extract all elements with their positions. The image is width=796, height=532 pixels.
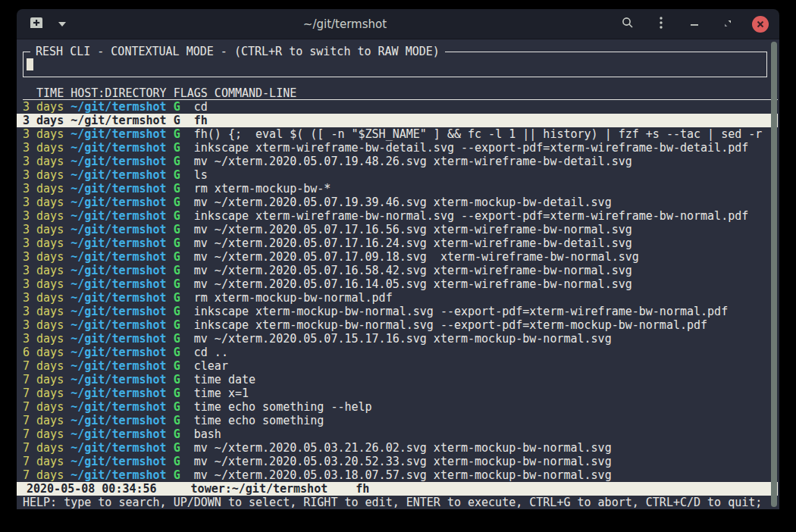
history-row[interactable]: 3 days ~/git/termshot G fh() {; eval $( … — [17, 127, 778, 141]
history-row[interactable]: 3 days ~/git/termshot G mv ~/xterm.2020.… — [17, 264, 778, 277]
history-table-header: TIME HOST:DIRECTORY FLAGS COMMAND-LINE — [23, 86, 778, 100]
history-row[interactable]: 6 days ~/git/termshot G cd .. — [17, 346, 778, 359]
history-row[interactable]: 3 days ~/git/termshot G mv ~/xterm.2020.… — [17, 196, 778, 209]
row-time: 7 days — [23, 373, 64, 386]
status-host-path: tower:~/git/termshot — [191, 482, 328, 496]
row-flags: G — [174, 100, 180, 114]
history-row[interactable]: 3 days ~/git/termshot G mv ~/xterm.2020.… — [17, 277, 778, 291]
close-button[interactable] — [752, 16, 769, 33]
status-query: fh — [356, 482, 369, 496]
row-time: 3 days — [23, 332, 64, 346]
row-time: 7 days — [23, 400, 64, 414]
status-bar: 2020-05-08 00:34:56tower:~/git/termshotf… — [17, 482, 778, 496]
restore-icon — [723, 17, 732, 31]
row-flags: G — [174, 318, 180, 332]
history-row[interactable]: 3 days ~/git/termshot G inkscape xterm-m… — [17, 305, 778, 318]
new-tab-icon — [30, 17, 43, 32]
history-row[interactable]: 3 days ~/git/termshot G inkscape xterm-w… — [17, 141, 778, 155]
row-flags: G — [174, 236, 180, 250]
row-time: 3 days — [23, 264, 64, 277]
scrollbar[interactable] — [771, 42, 777, 507]
minimize-button[interactable] — [685, 15, 704, 33]
row-directory: ~/git/termshot — [71, 114, 166, 127]
history-row[interactable]: 7 days ~/git/termshot G mv ~/xterm.2020.… — [17, 441, 778, 455]
row-time: 3 days — [23, 318, 64, 332]
row-time: 3 days — [23, 182, 64, 196]
history-row[interactable]: 7 days ~/git/termshot G time x=1 — [17, 386, 778, 400]
row-command: fh — [194, 114, 208, 127]
history-row[interactable]: 3 days ~/git/termshot G mv ~/xterm.2020.… — [17, 155, 778, 168]
row-directory: ~/git/termshot — [71, 100, 166, 114]
resh-mode-title: RESH CLI - CONTEXTUAL MODE - (CTRL+R to … — [30, 45, 445, 58]
search-button[interactable] — [619, 15, 637, 33]
row-flags: G — [174, 196, 180, 209]
row-directory: ~/git/termshot — [71, 250, 166, 264]
row-command: mv ~/xterm.2020.05.03.21.26.02.svg xterm… — [194, 441, 612, 455]
history-row[interactable]: 7 days ~/git/termshot G bash — [17, 427, 778, 441]
history-row[interactable]: 3 days ~/git/termshot G mv ~/xterm.2020.… — [17, 223, 778, 236]
row-directory: ~/git/termshot — [71, 305, 166, 318]
history-row[interactable]: 7 days ~/git/termshot G time date — [17, 373, 778, 386]
history-row[interactable]: 3 days ~/git/termshot G mv ~/xterm.2020.… — [17, 250, 778, 264]
row-time: 3 days — [23, 127, 64, 141]
row-time: 3 days — [23, 305, 64, 318]
row-time: 3 days — [23, 155, 64, 168]
row-time: 7 days — [23, 427, 64, 441]
dropdown-caret-icon — [58, 22, 66, 27]
row-time: 3 days — [23, 141, 64, 155]
resh-input-box[interactable]: RESH CLI - CONTEXTUAL MODE - (CTRL+R to … — [23, 52, 767, 77]
row-flags: G — [174, 291, 180, 305]
row-time: 3 days — [23, 277, 64, 291]
history-row[interactable]: 3 days ~/git/termshot G cd — [17, 100, 778, 114]
row-directory: ~/git/termshot — [71, 168, 166, 182]
row-flags: G — [174, 386, 180, 400]
row-command: mv ~/xterm.2020.05.07.19.48.26.svg xterm… — [194, 155, 632, 168]
row-time: 3 days — [23, 100, 64, 114]
row-time: 3 days — [23, 196, 64, 209]
row-flags: G — [174, 250, 180, 264]
history-row[interactable]: 3 days ~/git/termshot G rm xterm-mockup-… — [17, 182, 778, 196]
row-command: inkscape xterm-mockup-bw-normal.svg --ex… — [194, 318, 707, 332]
tab-dropdown-button[interactable] — [53, 15, 71, 33]
restore-button[interactable] — [719, 15, 737, 33]
window-title: ~/git/termshot — [71, 17, 619, 31]
row-flags: G — [174, 400, 180, 414]
row-directory: ~/git/termshot — [71, 182, 166, 196]
row-time: 7 days — [23, 386, 64, 400]
row-time: 7 days — [23, 359, 64, 373]
row-command: bash — [194, 427, 221, 441]
text-cursor — [27, 58, 33, 70]
history-row[interactable]: 3 days ~/git/termshot G mv ~/xterm.2020.… — [17, 332, 778, 346]
history-row[interactable]: 7 days ~/git/termshot G time echo someth… — [17, 414, 778, 427]
history-row[interactable]: 3 days ~/git/termshot G mv ~/xterm.2020.… — [17, 236, 778, 250]
row-command: cd — [194, 100, 208, 114]
row-command: mv ~/xterm.2020.05.07.16.58.42.svg xterm… — [194, 264, 632, 277]
row-directory: ~/git/termshot — [71, 441, 166, 455]
row-flags: G — [174, 441, 180, 455]
history-row[interactable]: 3 days ~/git/termshot G inkscape xterm-m… — [17, 318, 778, 332]
menu-button[interactable] — [652, 15, 670, 33]
history-row[interactable]: 3 days ~/git/termshot G ls — [17, 168, 778, 182]
row-directory: ~/git/termshot — [71, 223, 166, 236]
history-row[interactable]: 3 days ~/git/termshot G inkscape xterm-w… — [17, 209, 778, 223]
row-flags: G — [174, 127, 180, 141]
row-directory: ~/git/termshot — [71, 209, 166, 223]
row-time: 6 days — [23, 346, 64, 359]
row-flags: G — [174, 332, 180, 346]
history-row[interactable]: 7 days ~/git/termshot G clear — [17, 359, 778, 373]
row-directory: ~/git/termshot — [71, 359, 166, 373]
history-row[interactable]: 7 days ~/git/termshot G time echo someth… — [17, 400, 778, 414]
row-flags: G — [174, 414, 180, 427]
row-directory: ~/git/termshot — [71, 455, 166, 468]
history-row[interactable]: 3 days ~/git/termshot G rm xterm-mockup-… — [17, 291, 778, 305]
row-time: 3 days — [23, 236, 64, 250]
history-row[interactable]: 7 days ~/git/termshot G mv ~/xterm.2020.… — [17, 455, 778, 468]
history-row[interactable]: 7 days ~/git/termshot G mv ~/xterm.2020.… — [17, 468, 778, 482]
row-command: rm xterm-mockup-bw-* — [194, 182, 331, 196]
new-tab-button[interactable] — [27, 15, 45, 33]
row-command: ls — [194, 168, 208, 182]
row-directory: ~/git/termshot — [71, 332, 166, 346]
row-directory: ~/git/termshot — [71, 468, 166, 482]
row-command: time echo something — [194, 414, 324, 427]
history-row[interactable]: 3 days ~/git/termshot G fh — [17, 114, 778, 127]
